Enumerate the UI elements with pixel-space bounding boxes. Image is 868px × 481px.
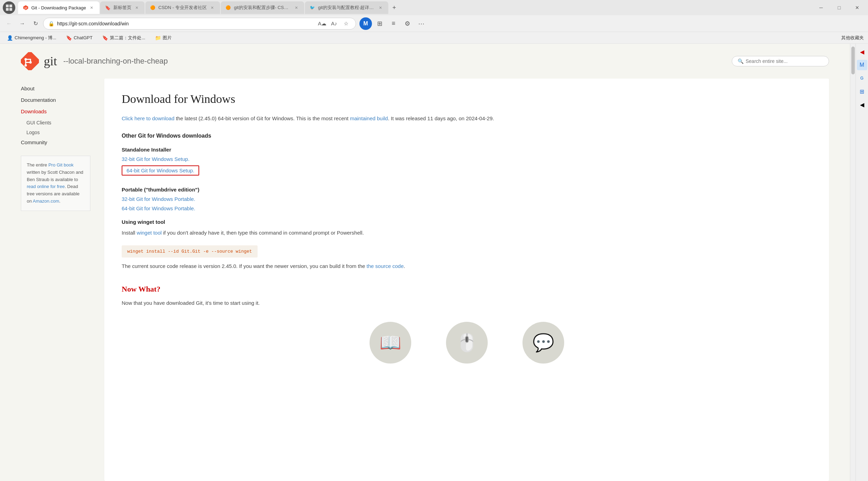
maximize-button[interactable]: □ <box>831 2 847 13</box>
search-input[interactable] <box>746 58 822 64</box>
bookmark-icon-4: 📁 <box>155 35 161 41</box>
bookmark-images[interactable]: 📁 图片 <box>152 33 175 42</box>
read-aloud-icon[interactable]: A♪ <box>329 19 339 28</box>
community-icon[interactable]: 💬 <box>522 322 564 364</box>
promo-text-before: The entire <box>27 162 48 168</box>
bookmark-icon-2: 🔖 <box>66 35 72 41</box>
tab-close-1[interactable]: ✕ <box>89 5 95 10</box>
source-code-link[interactable]: the source code <box>367 263 404 269</box>
address-text: https://git-scm.com/download/win <box>57 21 315 26</box>
side-icon-1[interactable]: ◀ <box>857 47 867 57</box>
nav-about[interactable]: About <box>21 85 90 91</box>
promo-link-read[interactable]: read online for free <box>27 184 65 189</box>
lock-icon: 🔒 <box>48 21 54 26</box>
promo-link-progit[interactable]: Pro Git book <box>48 162 73 168</box>
scrollbar-track[interactable] <box>850 44 855 481</box>
side-icon-5[interactable]: ◀ <box>857 99 867 110</box>
link-32bit-setup[interactable]: 32-bit Git for Windows Setup. <box>122 156 812 162</box>
tab-newtab[interactable]: 🔖 新标签页 ✕ <box>100 1 145 14</box>
svg-rect-3 <box>9 8 12 11</box>
close-button[interactable]: ✕ <box>849 2 865 13</box>
tab-git-tutorial[interactable]: 🐦 git的安装与配置教程·超详细版- ✕ <box>305 1 388 14</box>
link-64bit-setup[interactable]: 64-bit Git for Windows Setup. <box>122 165 199 176</box>
portable-title: Portable ("thumbdrive edition") <box>122 187 812 193</box>
winget-text: Install <box>122 230 137 236</box>
nav-logos[interactable]: Logos <box>26 130 90 135</box>
browser-icon <box>3 1 15 14</box>
settings-button[interactable]: ⚙ <box>401 17 414 30</box>
svg-point-13 <box>24 58 27 60</box>
bookmark-label-2: ChatGPT <box>74 35 92 40</box>
promo-link-amazon[interactable]: Amazon.com <box>33 198 59 204</box>
git-header: git --local-branching-on-the-cheap 🔍 <box>0 44 850 79</box>
tab-git-downloading[interactable]: git Git - Downloading Package ✕ <box>18 1 99 14</box>
bookmarks-bar: 👤 Chimengmeng - 博... 🔖 ChatGPT 🔖 第二篇：文件处… <box>0 32 868 44</box>
bookmark-label-4: 图片 <box>163 35 172 41</box>
nav-community[interactable]: Community <box>21 139 90 145</box>
bookmarks-more[interactable]: 其他收藏夹 <box>841 35 864 41</box>
git-site: git --local-branching-on-the-cheap 🔍 Abo… <box>0 44 850 481</box>
svg-rect-6 <box>21 52 39 70</box>
link-64bit-portable[interactable]: 64-bit Git for Windows Portable. <box>122 205 812 211</box>
git-sidebar: About Documentation Downloads GUI Client… <box>21 79 90 481</box>
tab-close-5[interactable]: ✕ <box>378 5 383 10</box>
source-text2: . <box>404 263 405 269</box>
git-content-area: Download for Windows Click here to downl… <box>104 79 829 481</box>
maintained-build-link[interactable]: maintained build <box>350 115 388 121</box>
winget-text2: if you don't already have it, then type … <box>162 230 364 236</box>
tab-close-4[interactable]: ✕ <box>294 5 299 10</box>
page-container: git --local-branching-on-the-cheap 🔍 Abo… <box>0 44 868 481</box>
search-icon: 🔍 <box>738 58 744 64</box>
download-intro: Click here to download the latest (2.45.… <box>122 114 812 123</box>
nav-documentation[interactable]: Documentation <box>21 97 90 103</box>
tab-favicon-4: 🟠 <box>226 5 231 10</box>
side-icon-4[interactable]: ⊞ <box>857 86 867 97</box>
toolbar-icons: M ⊞ ≡ ⚙ ⋯ <box>359 17 428 30</box>
svg-text:git: git <box>24 6 27 9</box>
nav-gui-clients[interactable]: GUI Clients <box>26 120 90 125</box>
side-icon-3[interactable]: G <box>857 73 867 83</box>
address-bar-row: ← → ↻ 🔒 https://git-scm.com/download/win… <box>0 15 868 32</box>
tab-csdn-search[interactable]: 🟠 git的安装和配置步骤- CSDN搜索 ✕ <box>221 1 304 14</box>
tab-close-3[interactable]: ✕ <box>210 5 215 10</box>
favorites-icon[interactable]: ☆ <box>341 19 351 28</box>
git-logo: git --local-branching-on-the-cheap <box>21 52 168 70</box>
svg-rect-0 <box>6 5 9 7</box>
collections-button[interactable]: ≡ <box>387 17 400 30</box>
scrollbar-thumb[interactable] <box>851 47 855 74</box>
refresh-button[interactable]: ↻ <box>30 18 41 29</box>
tab-favicon-1: git <box>23 5 29 10</box>
translate-icon[interactable]: A☁ <box>317 19 327 28</box>
git-search-box[interactable]: 🔍 <box>732 56 829 66</box>
book-icon[interactable]: 📖 <box>370 322 411 364</box>
bookmark-file[interactable]: 🔖 第二篇：文件处... <box>99 33 148 42</box>
side-icon-2[interactable]: M <box>857 60 867 70</box>
sidebar-toggle-button[interactable]: ⊞ <box>373 17 386 30</box>
bottom-icons-row: 📖 🖱️ 💬 <box>122 311 812 370</box>
tab-close-2[interactable]: ✕ <box>134 5 140 10</box>
profile-button[interactable]: M <box>359 17 372 30</box>
link-32bit-portable[interactable]: 32-bit Git for Windows Portable. <box>122 196 812 202</box>
address-box[interactable]: 🔒 https://git-scm.com/download/win A☁ A♪… <box>43 18 356 30</box>
bookmark-chatgpt[interactable]: 🔖 ChatGPT <box>63 34 95 42</box>
tab-title-4: git的安装和配置步骤- CSDN搜索 <box>234 5 291 11</box>
tab-csdn[interactable]: 🟠 CSDN - 专业开发者社区 ✕ <box>145 1 220 14</box>
new-tab-button[interactable]: + <box>389 2 399 13</box>
back-button[interactable]: ← <box>3 18 15 29</box>
click-download-link[interactable]: Click here to download <box>122 115 175 121</box>
forward-button[interactable]: → <box>17 18 28 29</box>
svg-rect-2 <box>6 8 9 11</box>
git-tagline: --local-branching-on-the-cheap <box>63 57 168 66</box>
more-button[interactable]: ⋯ <box>415 17 428 30</box>
intro-text: the latest (2.45.0) 64-bit version of Gi… <box>175 115 350 121</box>
winget-code-block: winget install --id Git.Git -e --source … <box>122 245 258 258</box>
mouse-icon[interactable]: 🖱️ <box>446 322 488 364</box>
intro-text2: . It was released 11 days ago, on 2024-0… <box>388 115 494 121</box>
winget-tool-link[interactable]: winget tool <box>137 230 162 236</box>
now-what-text: Now that you have downloaded Git, it's t… <box>122 299 812 308</box>
side-panel-icons: ◀ M G ⊞ ◀ <box>855 44 868 481</box>
bookmark-chimengmeng[interactable]: 👤 Chimengmeng - 博... <box>4 33 59 42</box>
minimize-button[interactable]: ─ <box>813 2 829 13</box>
git-promo-box: The entire Pro Git book written by Scott… <box>21 156 90 211</box>
nav-downloads[interactable]: Downloads <box>21 108 90 114</box>
